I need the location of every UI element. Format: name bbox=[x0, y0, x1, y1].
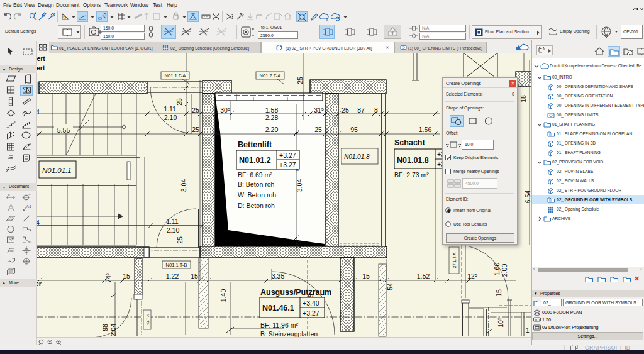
svg-text:1.22: 1.22 bbox=[166, 272, 179, 280]
svg-text:25: 25 bbox=[296, 77, 304, 84]
svg-text:87: 87 bbox=[357, 106, 365, 114]
svg-text:1.11: 1.11 bbox=[166, 218, 179, 225]
svg-text:N01.2.T-A: N01.2.T-A bbox=[260, 73, 281, 79]
svg-text:BF: 6.69 m²: BF: 6.69 m² bbox=[238, 171, 272, 179]
svg-text:6.54: 6.54 bbox=[524, 191, 531, 204]
svg-text:N01.46.1: N01.46.1 bbox=[262, 304, 294, 313]
svg-text:25: 25 bbox=[314, 126, 322, 133]
svg-text:15: 15 bbox=[362, 272, 370, 280]
svg-text:1.52: 1.52 bbox=[417, 272, 430, 280]
svg-text:25: 25 bbox=[176, 236, 184, 244]
svg-text:2.20: 2.20 bbox=[265, 126, 279, 133]
svg-text:3.35: 3.35 bbox=[272, 272, 285, 280]
svg-text:125: 125 bbox=[467, 272, 477, 280]
svg-text:Bettenlift: Bettenlift bbox=[238, 140, 272, 149]
svg-text:1.11: 1.11 bbox=[164, 105, 176, 113]
svg-text:25: 25 bbox=[192, 126, 199, 133]
svg-text:27.1.T-A: 27.1.T-A bbox=[452, 252, 457, 268]
svg-text:N01.01.8: N01.01.8 bbox=[344, 153, 370, 160]
svg-text:1.56: 1.56 bbox=[419, 126, 432, 133]
svg-text:Ausguss/Putzraum: Ausguss/Putzraum bbox=[260, 288, 331, 297]
svg-text:2.10: 2.10 bbox=[167, 226, 180, 234]
svg-text:25: 25 bbox=[175, 98, 183, 106]
svg-text:N01.01.2: N01.01.2 bbox=[239, 156, 271, 165]
svg-text:iert: iert bbox=[37, 55, 45, 62]
svg-text:2.28: 2.28 bbox=[265, 114, 279, 121]
svg-text:1: 1 bbox=[526, 326, 530, 334]
svg-text:BF: 2.73 m²: BF: 2.73 m² bbox=[394, 171, 429, 179]
svg-text:3.04: 3.04 bbox=[296, 179, 303, 192]
svg-text:25: 25 bbox=[341, 106, 349, 114]
svg-text:105: 105 bbox=[497, 318, 504, 328]
svg-text:1.58: 1.58 bbox=[265, 106, 279, 114]
svg-text:2.04: 2.04 bbox=[109, 324, 117, 337]
svg-text:4: 4 bbox=[37, 219, 40, 226]
svg-text:98: 98 bbox=[101, 324, 109, 331]
svg-text:3.04: 3.04 bbox=[180, 179, 187, 192]
svg-text:43.T-A: 43.T-A bbox=[146, 314, 150, 326]
svg-text:5.55: 5.55 bbox=[57, 126, 70, 134]
svg-text:×: × bbox=[296, 167, 299, 173]
svg-text:15: 15 bbox=[191, 272, 198, 280]
svg-text:15: 15 bbox=[123, 272, 130, 280]
svg-text:18: 18 bbox=[519, 95, 527, 102]
svg-text:8: 8 bbox=[374, 106, 378, 114]
svg-text:ert: ert bbox=[37, 64, 45, 72]
svg-text:+3.27: +3.27 bbox=[279, 161, 296, 169]
svg-text:15: 15 bbox=[495, 289, 502, 297]
svg-text:4: 4 bbox=[37, 108, 40, 116]
svg-text:1.40: 1.40 bbox=[219, 289, 227, 302]
svg-text:+3.27: +3.27 bbox=[303, 309, 319, 317]
svg-text:2.10: 2.10 bbox=[164, 114, 177, 121]
svg-text:25: 25 bbox=[294, 241, 302, 248]
svg-text:W: Beton roh: W: Beton roh bbox=[238, 191, 276, 199]
svg-text:BF: 11.96 m²: BF: 11.96 m² bbox=[260, 321, 298, 329]
svg-text:N01.1.T-B: N01.1.T-B bbox=[166, 262, 187, 268]
svg-text:95: 95 bbox=[350, 126, 358, 133]
svg-text:54: 54 bbox=[386, 283, 394, 290]
svg-text:1.60: 1.60 bbox=[493, 263, 501, 276]
svg-text:745: 745 bbox=[104, 273, 112, 283]
svg-text:N01.01.8: N01.01.8 bbox=[397, 156, 429, 165]
svg-text:+3.27: +3.27 bbox=[279, 152, 296, 159]
svg-text:2.00: 2.00 bbox=[501, 264, 508, 277]
svg-text:25: 25 bbox=[192, 106, 199, 114]
svg-text:er: er bbox=[37, 280, 42, 287]
svg-text:A1: A1 bbox=[26, 204, 32, 209]
svg-text:+3.40: +3.40 bbox=[303, 299, 319, 307]
svg-text:Schacht: Schacht bbox=[394, 138, 425, 147]
svg-text:N01.1.T-A: N01.1.T-A bbox=[165, 73, 186, 79]
svg-text:B: Beton roh: B: Beton roh bbox=[238, 180, 275, 188]
svg-text:N01.01.1: N01.01.1 bbox=[42, 167, 72, 174]
svg-text:B: Steinzeugplatten: B: Steinzeugplatten bbox=[260, 330, 318, 337]
svg-text:D: Beton roh: D: Beton roh bbox=[238, 202, 275, 209]
